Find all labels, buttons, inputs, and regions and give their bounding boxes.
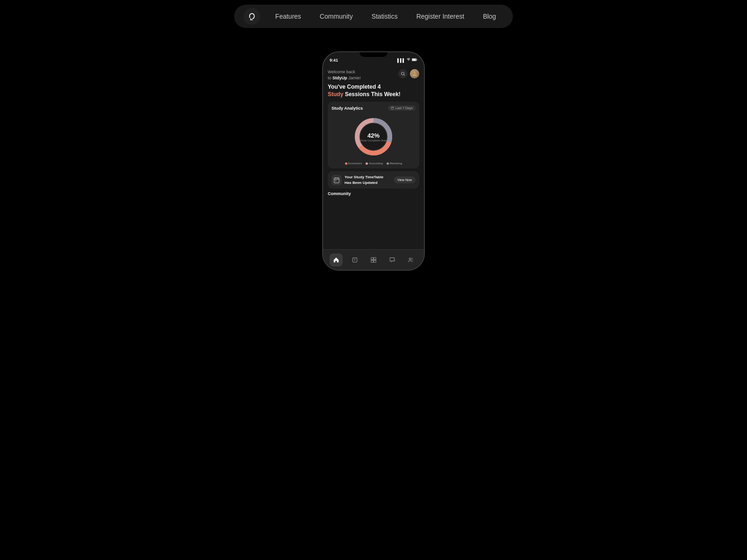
svg-rect-6 xyxy=(391,107,394,110)
timetable-line2: Has Been Updated xyxy=(345,181,378,185)
nav-statistics[interactable]: Statistics xyxy=(364,10,405,23)
legend-label-accounting: Accounting xyxy=(369,162,383,165)
welcome-line2: to StdyUp Jamie! xyxy=(328,76,361,80)
svg-rect-1 xyxy=(416,59,417,61)
svg-point-24 xyxy=(411,258,413,259)
svg-line-4 xyxy=(404,75,405,76)
welcome-line1: Welcome back xyxy=(328,70,355,74)
battery-icon xyxy=(412,58,417,63)
legend-accounting: Accounting xyxy=(366,162,383,165)
svg-point-23 xyxy=(409,258,411,259)
donut-sublabel: Study Completion Rate xyxy=(360,139,387,142)
timetable-icon xyxy=(331,175,342,185)
phone-screen: 9:41 ▌▌▌ Welcome back to S xyxy=(323,52,424,270)
app-header: Welcome back to StdyUp Jamie! xyxy=(328,69,419,81)
completed-sessions-text: You've Completed 4 Study Sessions This W… xyxy=(328,84,419,98)
wifi-icon xyxy=(407,58,410,63)
header-icons xyxy=(398,69,419,78)
filter-label: Last 7 Days xyxy=(395,106,413,110)
phone-mockup: 9:41 ▌▌▌ Welcome back to S xyxy=(322,51,425,271)
timetable-card: Your Study TimeTable Has Been Updated Vi… xyxy=(328,171,419,188)
svg-rect-15 xyxy=(335,180,336,181)
nav-blog[interactable]: Blog xyxy=(475,10,503,23)
svg-rect-16 xyxy=(352,258,357,262)
phone-notch xyxy=(359,52,388,57)
view-now-button[interactable]: View Now xyxy=(394,176,416,183)
legend-dot-accounting xyxy=(366,162,368,165)
legend-dot-marketing xyxy=(387,162,389,165)
timetable-text: Your Study TimeTable Has Been Updated xyxy=(345,175,383,185)
chat-icon xyxy=(389,257,395,263)
user-avatar[interactable] xyxy=(410,69,419,78)
phone-outer: 9:41 ▌▌▌ Welcome back to S xyxy=(322,51,425,271)
notes-icon xyxy=(352,257,358,263)
welcome-text: Welcome back to StdyUp Jamie! xyxy=(328,69,361,81)
bottom-nav-home[interactable] xyxy=(330,253,343,266)
svg-rect-22 xyxy=(374,260,376,262)
legend-label-economics: Economics xyxy=(348,162,362,165)
donut-chart-container: 42% Study Completion Rate xyxy=(331,113,416,160)
status-time: 9:41 xyxy=(330,58,338,63)
bottom-nav-chat[interactable] xyxy=(386,253,399,266)
legend-label-marketing: Marketing xyxy=(390,162,402,165)
status-icons: ▌▌▌ xyxy=(397,58,417,63)
bottom-nav-grid[interactable] xyxy=(367,253,380,266)
analytics-title: Study Analytics xyxy=(331,106,363,111)
legend-economics: Economics xyxy=(345,162,362,165)
logo-icon xyxy=(247,12,257,21)
timetable-line1: Your Study TimeTable xyxy=(345,175,383,179)
grid-icon xyxy=(370,257,377,263)
svg-rect-21 xyxy=(371,260,374,262)
logo[interactable] xyxy=(244,8,261,25)
home-icon xyxy=(333,257,339,263)
chart-legend: Economics Accounting Marketing xyxy=(331,162,416,165)
svg-rect-20 xyxy=(374,257,376,259)
completed-rest: Sessions This Week! xyxy=(343,91,401,98)
legend-marketing: Marketing xyxy=(387,162,402,165)
app-content: Welcome back to StdyUp Jamie! You'v xyxy=(323,65,424,249)
donut-center-label: 42% Study Completion Rate xyxy=(360,132,387,142)
navbar: Features Community Statistics Register I… xyxy=(234,5,513,28)
bottom-nav-community[interactable] xyxy=(404,253,417,266)
svg-rect-11 xyxy=(334,178,339,183)
bottom-navigation xyxy=(323,249,424,270)
community-title: Community xyxy=(328,191,419,196)
analytics-card: Study Analytics Last 7 Days xyxy=(328,102,419,168)
donut-percent: 42% xyxy=(360,132,387,139)
community-section: Community xyxy=(328,191,419,196)
completed-highlight: Study xyxy=(328,91,343,98)
completed-line1: You've Completed 4 xyxy=(328,84,381,90)
svg-point-5 xyxy=(414,71,416,74)
nav-community[interactable]: Community xyxy=(312,10,360,23)
legend-dot-economics xyxy=(345,162,347,165)
search-icon[interactable] xyxy=(398,69,408,78)
timetable-left: Your Study TimeTable Has Been Updated xyxy=(331,175,383,185)
bottom-nav-notes[interactable] xyxy=(348,253,361,266)
calendar-icon xyxy=(391,106,394,110)
svg-rect-19 xyxy=(371,257,374,259)
analytics-card-header: Study Analytics Last 7 Days xyxy=(331,105,416,111)
svg-rect-2 xyxy=(412,59,416,61)
signal-icon: ▌▌▌ xyxy=(397,58,405,63)
nav-register[interactable]: Register Interest xyxy=(409,10,472,23)
nav-features[interactable]: Features xyxy=(268,10,309,23)
analytics-filter[interactable]: Last 7 Days xyxy=(388,105,416,111)
group-icon xyxy=(408,257,414,263)
calendar-timetable-icon xyxy=(333,177,340,183)
